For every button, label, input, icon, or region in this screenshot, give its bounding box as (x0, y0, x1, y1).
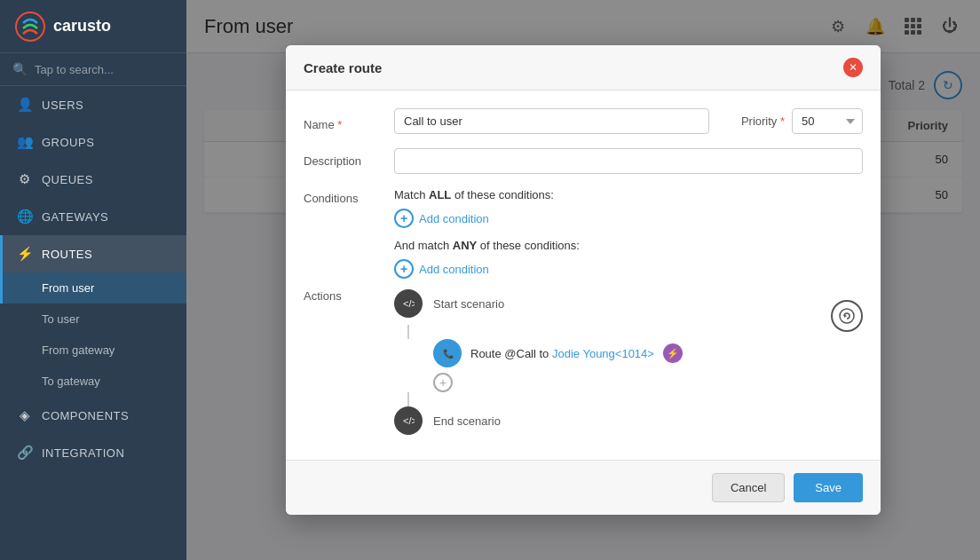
logo-text: carusto (53, 17, 111, 35)
phone-icon: 📞 (440, 346, 454, 360)
queues-icon: ⚙ (17, 171, 33, 187)
sidebar-subitem-to-user[interactable]: To user (0, 304, 186, 335)
create-route-modal: Create route ✕ Name Priority 50 10 (286, 45, 881, 515)
start-scenario-label: Start scenario (433, 297, 504, 311)
users-icon: 👤 (17, 97, 33, 113)
route-user-link[interactable]: Jodie Young<1014> (552, 347, 654, 360)
priority-group: Priority 50 10 100 (741, 108, 863, 134)
sidebar-item-routes[interactable]: ⚡ ROUTES (0, 235, 186, 272)
route-call-icon: 📞 (433, 339, 462, 367)
route-action-text: Route @Call to Jodie Young<1014> (470, 347, 654, 360)
name-label: Name (304, 112, 383, 131)
modal-footer: Cancel Save (286, 460, 881, 515)
svg-text:</>: </> (403, 415, 415, 426)
search-bar[interactable]: 🔍 (0, 53, 186, 86)
match-all-text: Match ALL of these conditions: (394, 188, 863, 201)
priority-select[interactable]: 50 10 100 (792, 108, 863, 134)
conditions-label: Conditions (304, 188, 383, 205)
end-code-icon: </> (402, 414, 415, 427)
sidebar-item-queues-label: QUEUES (42, 173, 93, 186)
route-badge-icon: ⚡ (663, 343, 683, 363)
add-all-condition-label: Add condition (419, 212, 489, 225)
sidebar-item-users[interactable]: 👤 USERS (0, 86, 186, 123)
name-group: Name (304, 108, 709, 134)
end-scenario-node: </> End scenario (394, 406, 863, 435)
modal-title: Create route (304, 60, 382, 75)
start-scenario-node: </> Start scenario (394, 289, 863, 318)
copy-route-button[interactable] (831, 300, 863, 332)
end-scenario-icon: </> (394, 406, 423, 435)
modal-header: Create route ✕ (286, 45, 881, 91)
modal-body: Name Priority 50 10 100 Description (286, 91, 881, 460)
sidebar-subitem-to-gateway[interactable]: To gateway (0, 366, 186, 397)
match-any-text: And match ANY of these conditions: (394, 239, 863, 252)
add-any-plus-icon: + (394, 259, 414, 279)
description-row: Description (304, 148, 863, 174)
modal-overlay: Create route ✕ Name Priority 50 10 (186, 0, 980, 560)
add-cond-plus-icon: + (394, 209, 414, 228)
integration-icon: 🔗 (17, 445, 33, 461)
sidebar-item-gateways-label: GATEWAYS (42, 210, 108, 224)
copy-icon (839, 308, 855, 324)
add-any-condition-button[interactable]: + Add condition (394, 259, 489, 279)
logo-icon (14, 11, 46, 43)
search-icon: 🔍 (12, 62, 28, 76)
sidebar-item-gateways[interactable]: 🌐 GATEWAYS (0, 198, 186, 235)
start-scenario-icon: </> (394, 289, 423, 318)
sidebar-item-groups[interactable]: 👥 GROUPS (0, 123, 186, 161)
svg-point-0 (16, 12, 44, 41)
connector-line-2 (407, 392, 409, 406)
logo-area: carusto (0, 0, 186, 53)
add-all-condition-button[interactable]: + Add condition (394, 209, 489, 228)
sidebar-subitem-to-user-label: To user (42, 312, 80, 326)
sidebar-item-users-label: USERS (42, 99, 83, 112)
priority-label: Priority (741, 114, 785, 128)
sidebar-subitem-from-gateway[interactable]: From gateway (0, 335, 186, 366)
sidebar-item-routes-label: ROUTES (42, 248, 92, 261)
sidebar-item-components-label: COMPONENTS (42, 409, 129, 422)
route-action-node[interactable]: 📞 Route @Call to Jodie Young<1014> ⚡ (433, 339, 863, 367)
name-input[interactable] (394, 108, 709, 134)
end-scenario-label: End scenario (433, 414, 501, 428)
routes-icon: ⚡ (17, 246, 33, 262)
description-input[interactable] (394, 148, 863, 174)
sidebar-nav: 👤 USERS 👥 GROUPS ⚙ QUEUES 🌐 GATEWAYS ⚡ R… (0, 86, 186, 560)
sidebar-subitem-from-gateway-label: From gateway (42, 343, 115, 357)
description-label: Description (304, 148, 383, 174)
groups-icon: 👥 (17, 134, 33, 150)
sidebar-item-integration-label: INTEGRATION (42, 446, 124, 460)
add-any-condition-label: Add condition (419, 263, 489, 276)
sidebar-item-groups-label: GROUPS (42, 136, 94, 149)
add-action-button[interactable]: + (433, 373, 453, 392)
connector-line-1 (407, 325, 409, 339)
main-content: From user ⚙ 🔔 ⏻ Total 2 ↻ (186, 0, 980, 560)
sidebar-subitem-from-user[interactable]: From user (0, 272, 186, 304)
search-input[interactable] (35, 63, 174, 76)
sidebar-subitem-from-user-label: From user (42, 281, 94, 295)
modal-close-button[interactable]: ✕ (843, 58, 863, 77)
sidebar: carusto 🔍 👤 USERS 👥 GROUPS ⚙ QUEUES 🌐 GA… (0, 0, 186, 560)
svg-text:</>: </> (403, 298, 415, 309)
gateways-icon: 🌐 (17, 209, 33, 225)
sidebar-item-queues[interactable]: ⚙ QUEUES (0, 161, 186, 198)
save-button[interactable]: Save (794, 473, 863, 502)
conditions-content: Match ALL of these conditions: + Add con… (394, 188, 863, 279)
actions-label: Actions (304, 289, 383, 303)
svg-text:📞: 📞 (443, 348, 454, 359)
actions-row: Actions </> Start scenario (304, 289, 863, 442)
sidebar-item-components[interactable]: ◈ COMPONENTS (0, 397, 186, 434)
components-icon: ◈ (17, 407, 33, 423)
sidebar-item-integration[interactable]: 🔗 INTEGRATION (0, 434, 186, 471)
conditions-row: Conditions Match ALL of these conditions… (304, 188, 863, 279)
cancel-button[interactable]: Cancel (712, 473, 785, 502)
actions-flow: </> Start scenario (394, 289, 863, 442)
sidebar-subitem-to-gateway-label: To gateway (42, 375, 100, 388)
code-icon: </> (402, 297, 415, 310)
name-priority-row: Name Priority 50 10 100 (304, 108, 863, 134)
